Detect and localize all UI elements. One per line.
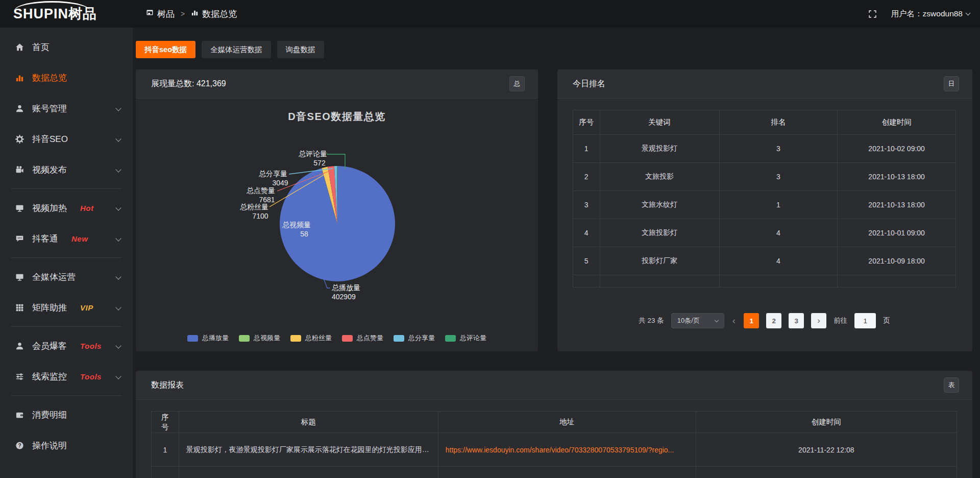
chevron-down-icon — [115, 105, 121, 111]
table-row[interactable]: 1景观投影灯，夜游景观投影灯厂家展示展示落花灯在花园里的灯光投影应用效果 #ht… — [152, 433, 957, 467]
column-header: 序号 — [152, 412, 179, 433]
page-jump-input[interactable]: 1 — [854, 313, 876, 328]
tab-全媒体运营数据[interactable]: 全媒体运营数据 — [202, 41, 271, 58]
user-icon — [15, 342, 24, 350]
column-header: 排名 — [719, 110, 838, 135]
pie-label-value: 7100 — [252, 212, 268, 220]
sidebar-divider — [11, 326, 121, 327]
sidebar-item-视频加热[interactable]: 视频加热Hot — [0, 193, 133, 223]
chevron-down-icon — [966, 11, 971, 16]
pie-label-name: 总点赞量 — [247, 186, 275, 195]
topbar-right: 用户名：zswodun88 — [868, 9, 980, 19]
table-row[interactable]: 1景观投影灯32021-10-02 09:00 — [573, 135, 956, 163]
table-row[interactable]: 4文旅投影灯42021-10-01 09:00 — [573, 219, 956, 247]
sidebar-item-badge: Tools — [80, 342, 102, 350]
page-button-3[interactable]: 3 — [789, 313, 804, 328]
fullscreen-icon[interactable] — [868, 10, 877, 18]
legend-item-总点赞量[interactable]: 总点赞量 — [342, 333, 383, 343]
column-header: 创建时间 — [838, 110, 956, 135]
user-menu[interactable]: 用户名：zswodun88 — [891, 9, 970, 19]
sidebar-item-抖音SEO[interactable]: 抖音SEO — [0, 124, 133, 154]
table-cell: 文旅水纹灯 — [600, 191, 719, 219]
column-header: 标题 — [179, 412, 438, 433]
total-view-button[interactable]: 总 — [509, 76, 525, 91]
breadcrumb-item-data-overview[interactable]: 数据总览 — [191, 8, 237, 20]
page-size-label: 10条/页 — [677, 316, 700, 325]
sidebar-item-label: 操作说明 — [32, 440, 67, 451]
data-tabs: 抖音seo数据全媒体运营数据询盘数据 — [136, 41, 972, 58]
pagination: 共 23 条10条/页‹123›前往1页 — [573, 313, 956, 328]
table-cell: 投影灯厂家 — [600, 247, 719, 275]
table-view-button[interactable]: 表 — [944, 377, 959, 393]
sidebar-item-badge: New — [71, 234, 88, 243]
sidebar-item-消费明细[interactable]: 消费明细 — [0, 399, 133, 430]
legend-item-总播放量[interactable]: 总播放量 — [187, 333, 229, 343]
breadcrumb-item-shupin[interactable]: 树品 — [146, 8, 175, 20]
chevron-down-icon — [715, 318, 719, 322]
breadcrumb-separator: > — [181, 10, 185, 18]
legend-swatch — [445, 335, 456, 342]
table-row[interactable]: 5投影灯厂家42021-10-09 18:00 — [573, 247, 956, 275]
chevron-down-icon — [115, 373, 121, 379]
grid-icon — [15, 303, 24, 312]
legend-label: 总评论量 — [460, 333, 486, 343]
sidebar-item-label: 矩阵助推 — [32, 302, 67, 314]
logo-text: SHUPIN树品 — [13, 5, 97, 23]
pie-label-name: 总视频量 — [282, 221, 311, 229]
table-row[interactable]: 2文旅投影32021-10-13 18:00 — [573, 163, 956, 191]
legend-item-总视频量[interactable]: 总视频量 — [239, 333, 280, 343]
chevron-down-icon — [115, 304, 121, 310]
legend-item-总评论量[interactable]: 总评论量 — [445, 333, 486, 343]
sidebar-item-badge: Hot — [80, 204, 94, 212]
legend-item-总分享量[interactable]: 总分享量 — [394, 333, 435, 343]
page-button-2[interactable]: 2 — [766, 313, 781, 328]
logo: SHUPIN树品 — [0, 5, 133, 23]
table-cell: 景观投影灯 — [600, 135, 719, 163]
legend-label: 总粉丝量 — [305, 333, 332, 343]
breadcrumb-label: 树品 — [157, 8, 175, 20]
sidebar-item-首页[interactable]: 首页 — [0, 32, 133, 62]
table-cell: 1 — [573, 135, 600, 163]
legend-item-总粉丝量[interactable]: 总粉丝量 — [290, 333, 332, 343]
monitor-icon — [15, 204, 24, 212]
chart-panel-title: 展现量总数: 421,369 — [151, 79, 226, 89]
sidebar-divider — [11, 257, 121, 258]
daily-view-button[interactable]: 日 — [944, 76, 959, 91]
sidebar-item-全媒体运营[interactable]: 全媒体运营 — [0, 261, 133, 292]
sidebar-item-数据总览[interactable]: 数据总览 — [0, 62, 133, 93]
sidebar-item-抖客通[interactable]: 抖客通New — [0, 223, 133, 254]
sidebar-item-线索监控[interactable]: 线索监控Tools — [0, 361, 133, 392]
page-button-1[interactable]: 1 — [744, 313, 759, 328]
home-icon — [15, 43, 24, 52]
page-size-select[interactable]: 10条/页 — [671, 313, 724, 328]
video-link[interactable]: https://www.iesdouyin.com/share/video/70… — [446, 446, 674, 454]
breadcrumb: 树品 > 数据总览 — [146, 8, 237, 20]
ranking-panel-title: 今日排名 — [573, 79, 605, 89]
topbar: SHUPIN树品 树品 > 数据总览 用户名：zswodun88 — [0, 0, 980, 28]
goto-unit: 页 — [883, 316, 890, 325]
sidebar-item-label: 消费明细 — [32, 409, 67, 421]
tab-抖音seo数据[interactable]: 抖音seo数据 — [136, 41, 195, 58]
user-icon — [15, 104, 24, 113]
legend-label: 总点赞量 — [357, 333, 383, 343]
next-page-button[interactable]: › — [811, 313, 826, 328]
tab-询盘数据[interactable]: 询盘数据 — [277, 41, 324, 58]
sidebar-item-会员爆客[interactable]: 会员爆客Tools — [0, 330, 133, 361]
main-content: 抖音seo数据全媒体运营数据询盘数据 展现量总数: 421,369 总 D音SE… — [133, 28, 980, 478]
sidebar-item-视频发布[interactable]: 视频发布 — [0, 154, 133, 185]
page-layout: 首页数据总览账号管理抖音SEO视频发布视频加热Hot抖客通New全媒体运营矩阵助… — [0, 28, 980, 478]
sidebar-item-矩阵助推[interactable]: 矩阵助推VIP — [0, 292, 133, 323]
table-row[interactable]: 3文旅水纹灯12021-10-13 18:00 — [573, 191, 956, 219]
table-cell: 4 — [719, 219, 838, 247]
column-header: 创建时间 — [696, 412, 957, 433]
sidebar-item-label: 抖音SEO — [32, 133, 68, 145]
chart-title: D音SEO数据量总览 — [288, 111, 386, 122]
legend-swatch — [290, 335, 301, 342]
prev-page-button[interactable]: ‹ — [731, 315, 737, 326]
sidebar-item-操作说明[interactable]: ?操作说明 — [0, 430, 133, 461]
monitor-icon — [15, 273, 24, 281]
sidebar-item-账号管理[interactable]: 账号管理 — [0, 93, 133, 124]
pie-chart: D音SEO数据量总览总播放量402909总视频量58总粉丝量7100总点赞量76… — [136, 99, 538, 351]
report-panel-title: 数据报表 — [151, 380, 184, 391]
legend-swatch — [394, 335, 404, 342]
